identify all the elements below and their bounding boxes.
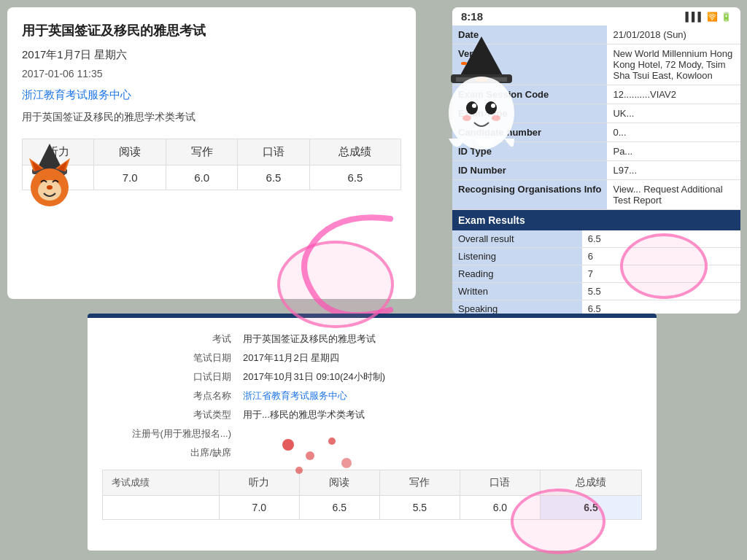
result-row-reading: Reading 7 [452,265,740,283]
value-result-reading: 7 [582,265,740,283]
value-idnum: L97... [607,161,740,180]
info-row-type: Exam Type UK... [452,104,740,123]
bottom-score-spacer [103,496,220,520]
label-result-listening: Listening [452,248,582,265]
bottom-row-regnum: 注册号(用于雅思报名...) [102,424,642,443]
bottom-col-total: 总成绩 [540,470,641,496]
value-result-listening: 6 [582,248,740,265]
bottom-score-total: 6.5 [540,496,641,520]
bottom-row-exam: 考试 用于英国签证及移民的雅思考试 [102,330,642,349]
label-date: Date [452,26,607,44]
score-writing: 6.0 [166,166,237,190]
bottom-row-attendance: 出席/缺席 [102,443,642,462]
bottom-score-listening: 7.0 [219,496,299,520]
label-session: Exam Session Code [452,85,607,104]
col-speaking: 口语 [238,139,309,166]
bottom-value-written-date: 2017年11月2日 星期四 [237,349,642,368]
bottom-col-speaking: 口语 [460,470,540,496]
bottom-row-exam-type: 考试类型 用于...移民的雅思学术类考试 [102,405,642,424]
bottom-label-center: 考点名称 [102,386,237,405]
bottom-label-speaking-date: 口试日期 [102,368,237,386]
score-listening: 5.5 [23,166,94,190]
bottom-col-writing: 写作 [379,470,460,496]
col-reading: 阅读 [94,139,166,166]
label-result-speaking: Speaking [452,300,582,314]
bottom-col-listening: 听力 [219,470,299,496]
label-candidate: Candidate number [452,123,607,142]
label-overall: Overall result [452,230,582,248]
bottom-score-writing: 5.5 [379,496,460,520]
bottom-info-table: 考试 用于英国签证及移民的雅思考试 笔试日期 2017年11月2日 星期四 口试… [102,330,642,462]
top-right-panel: 8:18 ▌▌▌ 🛜 🔋 Date 21/01/2018 (Sun) Venue… [452,7,740,314]
info-row-idtype: ID Type Pa... [452,142,740,161]
result-row-overall: Overall result 6.5 [452,230,740,248]
info-row-session: Exam Session Code 12..........VIAV2 [452,85,740,104]
score-speaking: 6.5 [238,166,309,190]
bottom-col-reading: 阅读 [299,470,379,496]
signal-icon: ▌▌▌ [685,12,704,22]
score-reading: 7.0 [94,166,166,190]
bottom-content: 考试 用于英国签证及移民的雅思考试 笔试日期 2017年11月2日 星期四 口试… [88,318,657,532]
bottom-value-speaking-date: 2017年10月31日 09:10(24小时制) [237,368,642,386]
value-venue: New World Millennium Hong Kong Hotel, 72… [607,44,740,85]
info-row-venue: Venue New World Millennium Hong Kong Hot… [452,44,740,85]
value-candidate: 0... [607,123,740,142]
bottom-label-regnum: 注册号(用于雅思报名...) [102,424,237,443]
bottom-value-exam: 用于英国签证及移民的雅思考试 [237,330,642,349]
result-row-listening: Listening 6 [452,248,740,265]
info-table: Date 21/01/2018 (Sun) Venue New World Mi… [452,26,740,210]
exam-results-header: Exam Results [452,210,740,230]
exam-subtitle: 用于英国签证及移民的雅思学术类考试 [22,111,401,124]
bottom-row-speaking-date: 口试日期 2017年10月31日 09:10(24小时制) [102,368,642,386]
label-result-reading: Reading [452,265,582,283]
value-result-written: 5.5 [582,283,740,300]
value-overall: 6.5 [582,230,740,248]
bottom-value-center[interactable]: 浙江省教育考试服务中心 [237,386,642,405]
value-result-speaking: 6.5 [582,300,740,314]
wifi-icon: 🛜 [707,12,718,22]
bottom-score-speaking: 6.0 [460,496,540,520]
bottom-score-reading: 6.5 [299,496,379,520]
bottom-value-attendance [237,443,642,462]
exam-center-link[interactable]: 浙江教育考试服务中心 [22,88,401,102]
label-venue: Venue [452,44,607,85]
bottom-label-exam-type: 考试类型 [102,405,237,424]
score-total: 6.5 [309,166,400,190]
label-orgs: Recognising Organisations Info [452,180,607,210]
label-result-written: Written [452,283,582,300]
value-type: UK... [607,104,740,123]
bottom-score-label: 考试成绩 [103,470,220,496]
bottom-row-center: 考点名称 浙江省教育考试服务中心 [102,386,642,405]
col-total: 总成绩 [309,139,400,166]
top-left-panel: 用于英国签证及移民的雅思考试 2017年1月7日 星期六 2017-01-06 … [7,7,416,299]
result-row-speaking: Speaking 6.5 [452,300,740,314]
label-idtype: ID Type [452,142,607,161]
value-session: 12..........VIAV2 [607,85,740,104]
value-date: 21/01/2018 (Sun) [607,26,740,44]
bottom-label-written-date: 笔试日期 [102,349,237,368]
info-row-date: Date 21/01/2018 (Sun) [452,26,740,44]
info-row-orgs: Recognising Organisations Info View... R… [452,180,740,210]
col-writing: 写作 [166,139,237,166]
info-row-idnum: ID Number L97... [452,161,740,180]
score-table-left: 听力 阅读 写作 口语 总成绩 5.5 7.0 6.0 6.5 6.5 [22,139,401,190]
exam-title-left: 用于英国签证及移民的雅思考试 [22,22,401,39]
status-time: 8:18 [461,10,483,23]
bottom-value-exam-type: 用于...移民的雅思学术类考试 [237,405,642,424]
results-table: Overall result 6.5 Listening 6 Reading 7… [452,230,740,314]
bottom-score-table: 考试成绩 听力 阅读 写作 口语 总成绩 7.0 6.5 5.5 6.0 6.5 [102,470,642,520]
bottom-label-exam: 考试 [102,330,237,349]
label-idnum: ID Number [452,161,607,180]
info-row-candidate: Candidate number 0... [452,123,740,142]
battery-icon: 🔋 [721,12,732,22]
exam-datetime: 2017-01-06 11:35 [22,68,401,79]
exam-date: 2017年1月7日 星期六 [22,48,401,62]
bottom-row-written-date: 笔试日期 2017年11月2日 星期四 [102,349,642,368]
value-orgs: View... Request Additional Test Report [607,180,740,210]
status-icons: ▌▌▌ 🛜 🔋 [685,12,732,22]
col-listening: 听力 [23,139,94,166]
bottom-value-regnum [237,424,642,443]
label-type: Exam Type [452,104,607,123]
status-bar: 8:18 ▌▌▌ 🛜 🔋 [452,7,740,26]
value-idtype: Pa... [607,142,740,161]
